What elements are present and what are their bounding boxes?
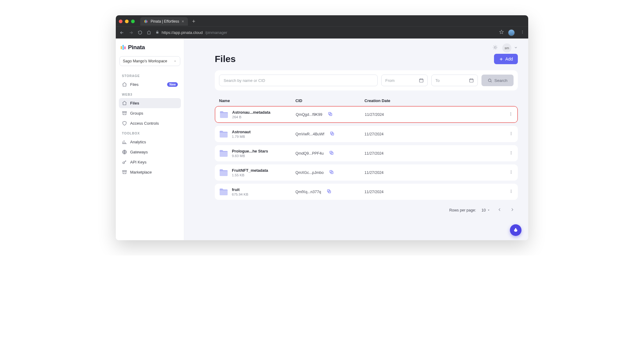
brand-logo[interactable]: Pinata [119,44,181,55]
bookmark-icon[interactable] [499,30,504,35]
filter-bar: From To Search [215,70,518,90]
col-cid: CID [295,98,364,103]
svg-point-23 [510,115,511,115]
file-cell: Prologue...he Stars9.83 MB [219,149,295,158]
table-row[interactable]: fruit675.94 KBQmfXq...n377q11/27/2024 [215,184,518,200]
maximize-window-icon[interactable] [131,20,135,23]
profile-avatar-icon[interactable] [508,29,515,36]
copy-cid-button[interactable] [330,131,335,137]
calendar-icon [419,78,424,83]
table-row[interactable]: FruitNFT_metadata1.55 KBQmXGc...pJmbo11/… [215,164,518,181]
page-next-button[interactable] [509,206,516,214]
file-cell: fruit675.94 KB [219,187,295,196]
creation-date: 11/27/2024 [364,132,501,136]
sidebar-item-files[interactable]: Files [119,98,181,108]
creation-date: 11/27/2024 [364,190,501,194]
sidebar-section-label: TOOLBOX [119,128,181,137]
url-host: https://app.pinata.cloud [162,30,203,35]
table-row[interactable]: Astronau...metadata264 BQmQgd...f9K9911/… [215,106,518,123]
file-cell: Astronaut1.79 MB [219,130,295,138]
creation-date: 11/27/2024 [364,171,501,175]
cid-value: QmVwR...4BuWf [295,132,324,136]
home-icon [122,101,127,106]
table-row[interactable]: Astronaut1.79 MBQmVwR...4BuWf11/27/2024 [215,126,518,142]
row-actions-button[interactable] [501,170,514,176]
add-button[interactable]: Add [494,54,518,64]
close-window-icon[interactable] [119,20,123,23]
search-button[interactable]: Search [481,75,514,86]
sidebar-item-access-controls[interactable]: Access Controls [119,118,181,128]
sidebar-item-label: Groups [130,111,143,116]
rows-per-page-select[interactable]: 10 [481,208,490,212]
calendar-icon [469,78,474,83]
brand-name: Pinata [128,44,145,51]
sidebar-item-gateways[interactable]: Gateways [119,147,181,157]
reload-icon[interactable] [138,30,142,35]
row-actions-button[interactable] [501,112,513,118]
sidebar-item-files[interactable]: FilesNew [119,79,181,90]
svg-point-37 [511,171,511,172]
creation-date: 11/27/2024 [365,112,501,117]
cid-cell: QmQgd...f9K99 [296,112,365,117]
new-badge: New [167,82,178,87]
close-tab-icon[interactable]: × [182,19,184,24]
page-prev-button[interactable] [496,206,503,214]
copy-cid-button[interactable] [329,170,334,175]
browser-tab[interactable]: Pinata | Effortless × [140,17,188,26]
svg-rect-9 [123,45,124,50]
svg-point-27 [511,133,511,134]
sidebar-item-analytics[interactable]: Analytics [119,137,181,147]
svg-point-21 [510,112,511,113]
browser-chrome: Pinata | Effortless × + https://app.pina… [116,15,528,39]
row-actions-button[interactable] [501,131,514,137]
file-name: Astronau...metadata [232,110,270,115]
tab-bar: Pinata | Effortless × + [116,15,528,26]
help-fab[interactable] [510,224,521,236]
sidebar-item-label: API Keys [130,160,146,164]
svg-point-5 [522,30,523,31]
svg-rect-2 [147,20,148,22]
rows-per-page-value: 10 [481,208,486,212]
date-from-input[interactable]: From [381,75,428,86]
home-icon[interactable] [147,30,151,35]
new-tab-button[interactable]: + [190,18,197,25]
url-input[interactable]: https://app.pinata.cloud/pinmanager [156,30,495,35]
minimize-window-icon[interactable] [125,20,129,23]
copy-cid-button[interactable] [328,112,333,117]
browser-menu-icon[interactable] [520,30,525,35]
back-icon[interactable] [119,30,124,35]
copy-cid-button[interactable] [327,189,331,195]
address-bar: https://app.pinata.cloud/pinmanager [116,26,528,39]
svg-point-7 [522,33,523,34]
file-size: 1.79 MB [232,135,251,138]
sidebar-item-groups[interactable]: Groups [119,108,181,118]
window-controls[interactable] [119,20,135,23]
cid-cell: QmdQ9...PPF4u [295,150,364,156]
row-actions-button[interactable] [501,150,514,156]
sidebar-item-api-keys[interactable]: API Keys [119,157,181,167]
copy-cid-button[interactable] [329,150,334,156]
svg-rect-14 [123,171,126,171]
file-size: 675.94 KB [232,193,248,196]
search-input[interactable] [219,75,378,86]
date-to-input[interactable]: To [431,75,478,86]
file-name: Prologue...he Stars [232,149,268,153]
search-button-label: Search [494,78,507,83]
forward-icon [129,30,134,35]
workspace-selector[interactable]: Sago Mango's Workspace [119,56,180,66]
sidebar-item-marketplace[interactable]: Marketplace [119,167,181,177]
creation-date: 11/27/2024 [364,151,501,156]
main-content: sm Files Add From To [184,39,528,240]
theme-toggle-icon[interactable] [492,45,498,51]
svg-point-13 [123,162,125,164]
svg-point-33 [511,153,511,154]
col-name: Name [219,98,295,103]
svg-point-6 [522,32,523,32]
folder-icon [219,188,228,196]
row-actions-button[interactable] [501,189,514,195]
svg-rect-17 [470,79,473,82]
svg-point-31 [511,151,511,152]
user-menu[interactable]: sm [502,43,518,53]
sidebar-item-label: Access Controls [130,121,159,126]
table-row[interactable]: Prologue...he Stars9.83 MBQmdQ9...PPF4u1… [215,145,518,161]
